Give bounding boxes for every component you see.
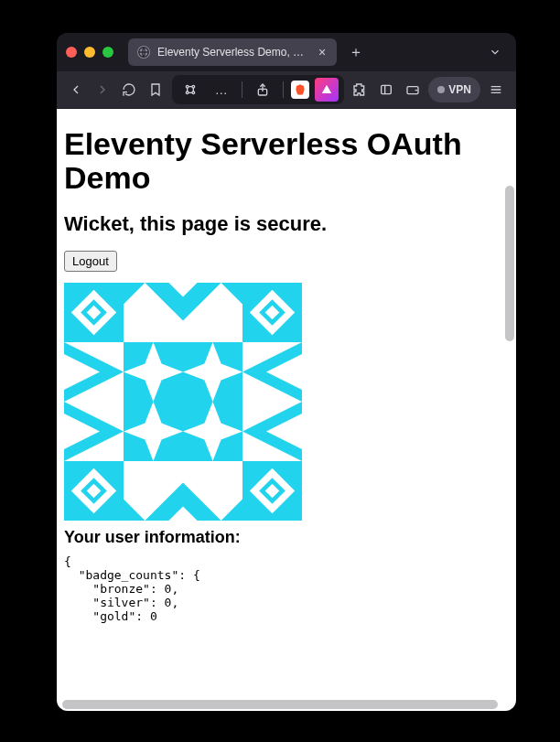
vertical-scrollbar[interactable] <box>505 186 514 341</box>
tab-title: Eleventy Serverless Demo, OA <box>157 46 307 59</box>
divider <box>283 81 284 98</box>
viewport: Eleventy Serverless OAuth Demo Wicket, t… <box>57 109 516 711</box>
extensions-button[interactable] <box>350 77 371 102</box>
tab-close-button[interactable]: × <box>315 45 329 59</box>
app-menu-button[interactable] <box>486 77 507 102</box>
site-connection-icon[interactable] <box>178 77 203 102</box>
tabs-dropdown-button[interactable] <box>483 40 507 64</box>
brave-shields-icon[interactable] <box>315 78 339 102</box>
avatar-identicon <box>64 283 302 521</box>
svg-point-2 <box>192 85 195 88</box>
svg-point-4 <box>192 91 195 94</box>
forward-button[interactable] <box>92 77 113 102</box>
browser-tab[interactable]: Eleventy Serverless Demo, OA × <box>128 38 337 66</box>
svg-point-1 <box>186 85 188 88</box>
maximize-window-button[interactable] <box>102 47 113 58</box>
user-info-heading: Your user information: <box>64 528 509 547</box>
wallet-button[interactable] <box>402 77 423 102</box>
reload-button[interactable] <box>119 77 140 102</box>
sidebar-toggle-button[interactable] <box>376 77 397 102</box>
horizontal-scrollbar[interactable] <box>62 700 498 709</box>
brave-icon[interactable] <box>291 81 309 99</box>
close-window-button[interactable] <box>66 47 77 58</box>
svg-rect-6 <box>382 85 392 93</box>
page-subheading: Wicket, this page is secure. <box>64 212 509 236</box>
tab-bar: Eleventy Serverless Demo, OA × ＋ <box>57 33 516 71</box>
bookmark-button[interactable] <box>145 77 167 102</box>
window-controls <box>66 47 113 58</box>
logout-button[interactable]: Logout <box>64 251 117 272</box>
toolbar: … VPN <box>57 71 516 109</box>
browser-window: Eleventy Serverless Demo, OA × ＋ … <box>57 33 516 711</box>
globe-icon <box>137 46 150 59</box>
page-heading: Eleventy Serverless OAuth Demo <box>64 127 509 196</box>
url-tools-pill: … <box>172 75 344 104</box>
share-button[interactable] <box>250 77 275 102</box>
vpn-button[interactable]: VPN <box>428 77 480 102</box>
svg-point-3 <box>186 91 188 94</box>
back-button[interactable] <box>66 77 87 102</box>
vpn-label: VPN <box>448 83 471 96</box>
new-tab-button[interactable]: ＋ <box>344 40 368 64</box>
divider <box>242 81 242 98</box>
more-tools-button[interactable]: … <box>209 77 234 102</box>
vpn-status-dot <box>437 86 445 93</box>
user-info-json: { "badge_counts": { "bronze": 0, "silver… <box>64 554 509 623</box>
minimize-window-button[interactable] <box>84 47 95 58</box>
page-content: Eleventy Serverless OAuth Demo Wicket, t… <box>57 109 516 711</box>
